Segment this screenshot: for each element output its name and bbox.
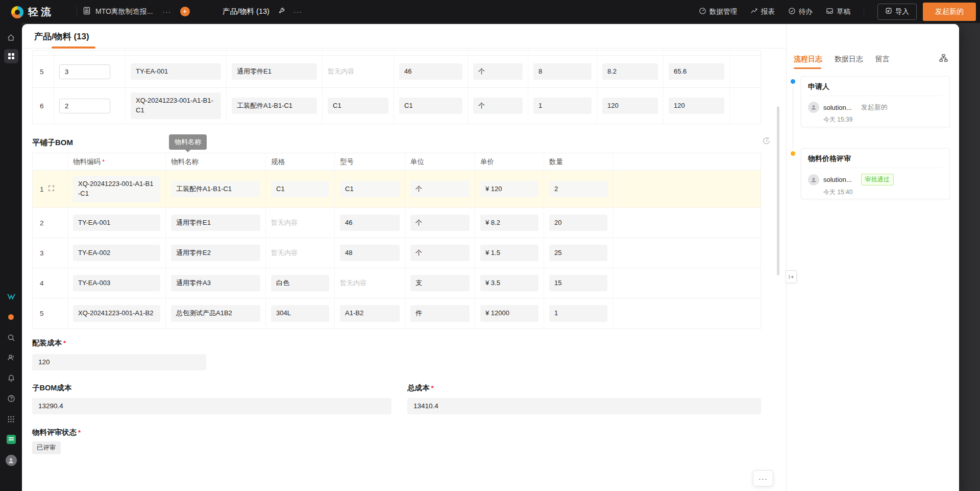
- timeline-connector: [793, 86, 793, 148]
- bom-qty-cell[interactable]: 2: [549, 181, 607, 198]
- bom-code-cell[interactable]: XQ-20241223-001-A1-B2: [73, 305, 160, 322]
- bom-spec-empty-cell: 暂无内容: [271, 248, 298, 258]
- unit-cell[interactable]: 个: [473, 98, 523, 114]
- workspace-logo-icon[interactable]: [4, 289, 18, 303]
- search-icon[interactable]: [4, 331, 18, 345]
- bom-spec-cell[interactable]: 白色: [271, 275, 329, 292]
- material-name-cell[interactable]: 工装配件A1-B1-C1: [232, 98, 317, 114]
- user-avatar[interactable]: [4, 453, 18, 467]
- bom-model-cell[interactable]: C1: [340, 181, 400, 198]
- add-tab-button[interactable]: +: [180, 7, 190, 16]
- bom-unit-cell[interactable]: 个: [410, 245, 470, 262]
- flow-chart-icon[interactable]: [939, 54, 948, 64]
- level-input[interactable]: 3: [59, 64, 110, 79]
- expand-row-icon[interactable]: [48, 185, 55, 193]
- bom-price-cell[interactable]: ¥ 3.5: [480, 275, 538, 292]
- home-icon[interactable]: [4, 30, 18, 44]
- app-tab-more-icon[interactable]: ···: [163, 8, 172, 16]
- row-index: 4: [33, 268, 68, 298]
- nav-drafts[interactable]: 草稿: [826, 7, 850, 16]
- bom-model-cell[interactable]: A1-B2: [340, 305, 400, 322]
- qingflow-logo-icon: [11, 6, 23, 18]
- bom-unit-cell[interactable]: 个: [410, 215, 470, 231]
- bom-unit-cell[interactable]: 个: [410, 181, 470, 198]
- bom-qty-cell[interactable]: 15: [549, 275, 607, 292]
- amount-cell[interactable]: 65.6: [669, 63, 724, 80]
- qingflow-logo[interactable]: 轻流: [11, 5, 54, 19]
- wrench-icon[interactable]: [278, 7, 285, 16]
- bom-unit-cell[interactable]: 支: [410, 275, 470, 292]
- qty-cell[interactable]: 1: [533, 98, 592, 114]
- app-tab[interactable]: MTO离散制造报... ··· +: [83, 0, 190, 23]
- bom-spec-cell[interactable]: C1: [271, 181, 329, 198]
- calculator-icon: [83, 7, 91, 16]
- contacts-icon[interactable]: [4, 350, 18, 365]
- bom-qty-cell[interactable]: 20: [549, 215, 607, 231]
- material-code-cell[interactable]: XQ-20241223-001-A1-B1-C1: [131, 92, 221, 119]
- gauge-icon: [699, 7, 706, 16]
- bom-price-cell[interactable]: ¥ 12000: [480, 305, 538, 322]
- model-cell[interactable]: 46: [399, 63, 462, 80]
- sub-bom-cost-value[interactable]: 13290.4: [32, 398, 391, 414]
- green-doc-icon[interactable]: [4, 432, 18, 447]
- bom-qty-cell[interactable]: 25: [549, 245, 607, 262]
- tab-data-log[interactable]: 数据日志: [835, 55, 863, 64]
- bom-code-cell[interactable]: XQ-20241223-001-A1-B1-C1: [73, 176, 160, 202]
- nav-todo[interactable]: 待办: [788, 7, 813, 16]
- check-circle-icon: [788, 7, 796, 16]
- grid-dots-icon[interactable]: [4, 412, 18, 426]
- qty-cell[interactable]: 8: [533, 63, 592, 80]
- notification-dot-icon[interactable]: [4, 310, 18, 324]
- record-more-button[interactable]: ···: [753, 470, 773, 486]
- bom-row-highlighted: 1 XQ-20241223-001-A1-B1-C1 工装配件A1-B1-C1 …: [33, 171, 761, 208]
- app-tab-label: MTO离散制造报...: [95, 7, 153, 16]
- material-code-cell[interactable]: TY-EA-001: [131, 63, 221, 80]
- bom-price-cell[interactable]: ¥ 120: [480, 181, 538, 198]
- nav-data-management[interactable]: 数据管理: [699, 7, 737, 16]
- bom-code-cell[interactable]: TY-EA-001: [73, 215, 160, 231]
- record-tab[interactable]: 产品/物料 (13) ···: [223, 0, 302, 23]
- bom-name-cell[interactable]: 通用零件E2: [171, 245, 260, 262]
- bom-name-cell[interactable]: 通用零件A3: [171, 275, 260, 292]
- bom-model-cell[interactable]: 48: [340, 245, 400, 262]
- timeline-dot: [791, 151, 795, 156]
- vertical-scrollbar[interactable]: [777, 106, 779, 275]
- bom-unit-cell[interactable]: 件: [410, 305, 470, 322]
- nav-data-management-label: 数据管理: [709, 7, 737, 16]
- unit-cell[interactable]: 个: [473, 63, 523, 80]
- history-icon[interactable]: [762, 136, 771, 147]
- help-icon[interactable]: [4, 391, 18, 406]
- spec-cell[interactable]: C1: [328, 98, 388, 114]
- bom-qty-cell[interactable]: 1: [549, 305, 607, 322]
- import-button[interactable]: 导入: [877, 4, 917, 20]
- bom-spec-cell[interactable]: 304L: [271, 305, 329, 322]
- user-avatar: [808, 174, 819, 185]
- material-name-cell[interactable]: 通用零件E1: [232, 63, 317, 80]
- bom-name-cell[interactable]: 总包测试产品A1B2: [171, 305, 260, 322]
- tab-flow-log[interactable]: 流程日志: [794, 55, 822, 64]
- record-tab-more-icon[interactable]: ···: [293, 8, 303, 16]
- collapse-panel-button[interactable]: [786, 270, 797, 283]
- apps-icon[interactable]: [4, 49, 18, 63]
- price-cell[interactable]: 8.2: [602, 63, 658, 80]
- bom-name-cell[interactable]: 工装配件A1-B1-C1: [171, 181, 260, 198]
- bell-icon[interactable]: [4, 371, 18, 385]
- tab-comments[interactable]: 留言: [875, 55, 890, 64]
- create-new-button[interactable]: 发起新的: [923, 3, 976, 21]
- amount-cell[interactable]: 120: [669, 98, 724, 114]
- bom-price-cell[interactable]: ¥ 8.2: [480, 215, 538, 231]
- level-input[interactable]: 2: [59, 99, 110, 113]
- bom-name-cell[interactable]: 通用零件E1: [171, 215, 260, 231]
- total-cost-value[interactable]: 13410.4: [407, 398, 761, 414]
- nav-reports[interactable]: 报表: [750, 7, 775, 16]
- model-cell[interactable]: C1: [399, 98, 462, 114]
- assembly-cost-value[interactable]: 120: [32, 354, 206, 370]
- row-index: 5: [33, 298, 68, 329]
- price-cell[interactable]: 120: [602, 98, 658, 114]
- left-sidebar: [0, 23, 22, 491]
- bom-model-cell[interactable]: 46: [340, 215, 400, 231]
- bom-code-cell[interactable]: TY-EA-002: [73, 245, 160, 262]
- bom-code-cell[interactable]: TY-EA-003: [73, 275, 160, 292]
- bom-price-cell[interactable]: ¥ 1.5: [480, 245, 538, 262]
- bom-row: 2 TY-EA-001 通用零件E1 暂无内容 46 个 ¥ 8.2 20: [33, 208, 761, 238]
